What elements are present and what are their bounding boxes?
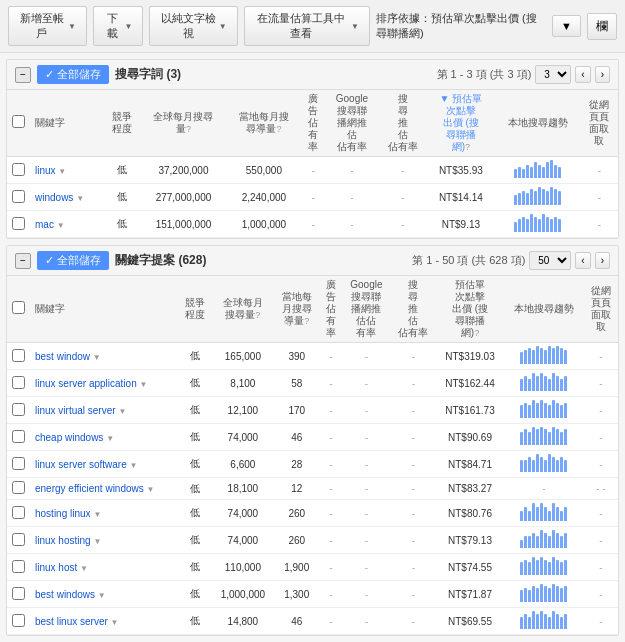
keyword-dropdown-arrow[interactable]: ▼ [93, 510, 101, 519]
trend-bar-item [528, 432, 531, 445]
trend-bar-item [564, 350, 567, 364]
row-checkbox-cell[interactable] [7, 370, 30, 397]
row-global-monthly: 37,200,000 [140, 157, 227, 184]
keyword-ideas-nav-next[interactable]: › [595, 252, 610, 269]
row-checkbox-cell[interactable] [7, 184, 30, 211]
row-keyword-cell: linux server software ▼ [30, 451, 178, 478]
row-checkbox-cell[interactable] [7, 500, 30, 527]
row-checkbox[interactable] [12, 376, 25, 389]
trend-bar-item [540, 373, 543, 391]
search-terms-nav-next[interactable]: › [595, 66, 610, 83]
row-checkbox[interactable] [12, 481, 25, 494]
row-google-search: - [342, 554, 390, 581]
trend-bar-item [532, 400, 535, 418]
row-checkbox-cell[interactable] [7, 157, 30, 184]
keyword-link[interactable]: best windows [35, 589, 95, 600]
keyword-ideas-nav-prev[interactable]: ‹ [575, 252, 590, 269]
row-checkbox-cell[interactable] [7, 424, 30, 451]
row-checkbox[interactable] [12, 403, 25, 416]
search-terms-nav-prev[interactable]: ‹ [575, 66, 590, 83]
sort-dropdown[interactable]: ▼ [552, 15, 581, 37]
row-checkbox[interactable] [12, 217, 25, 230]
row-checkbox-cell[interactable] [7, 581, 30, 608]
row-extracted: - [584, 451, 618, 478]
keyword-dropdown-arrow[interactable]: ▼ [93, 353, 101, 362]
row-checkbox[interactable] [12, 614, 25, 627]
th-ad-2: 廣告佔有率 [320, 276, 343, 343]
row-checkbox-cell[interactable] [7, 397, 30, 424]
row-checkbox-cell[interactable] [7, 451, 30, 478]
keyword-dropdown-arrow[interactable]: ▼ [93, 537, 101, 546]
keyword-link[interactable]: energy efficient windows [35, 483, 144, 494]
keyword-dropdown-arrow[interactable]: ▼ [80, 564, 88, 573]
row-extracted: - [584, 554, 618, 581]
keyword-dropdown-arrow[interactable]: ▼ [58, 167, 66, 176]
keyword-dropdown-arrow[interactable]: ▼ [111, 618, 119, 627]
keyword-dropdown-arrow[interactable]: ▼ [98, 591, 106, 600]
th-google-2: Google搜尋聯播網推估佔有率 [342, 276, 390, 343]
keyword-link[interactable]: linux host [35, 562, 77, 573]
trend-bar-item [536, 507, 539, 521]
row-checkbox-cell[interactable] [7, 554, 30, 581]
select-all-1[interactable] [12, 115, 25, 128]
trend-bar-item [552, 530, 555, 548]
select-all-2[interactable] [12, 301, 25, 314]
row-trend [504, 397, 584, 424]
row-keyword-cell: best linux server ▼ [30, 608, 178, 635]
keyword-ideas-collapse-button[interactable]: − [15, 253, 31, 269]
grid-button[interactable]: 欄 [587, 13, 617, 40]
keyword-dropdown-arrow[interactable]: ▼ [106, 434, 114, 443]
row-checkbox-cell[interactable] [7, 608, 30, 635]
keyword-dropdown-arrow[interactable]: ▼ [57, 221, 65, 230]
row-checkbox[interactable] [12, 506, 25, 519]
row-checkbox[interactable] [12, 560, 25, 573]
row-checkbox-cell[interactable] [7, 211, 30, 238]
keyword-dropdown-arrow[interactable]: ▼ [129, 461, 137, 470]
keyword-link[interactable]: linux server software [35, 459, 127, 470]
keyword-link[interactable]: linux server application [35, 378, 137, 389]
row-checkbox[interactable] [12, 430, 25, 443]
trend-bar-item [548, 432, 551, 445]
row-search-share: - [378, 211, 427, 238]
search-terms-collapse-button[interactable]: − [15, 67, 31, 83]
toolbar-right: 排序依據：預估單次點擊出價 (搜尋聯播網) ▼ 欄 [376, 11, 617, 41]
row-checkbox-cell[interactable] [7, 343, 30, 370]
add-account-button[interactable]: 新增至帳戶 ▼ [8, 6, 87, 46]
search-terms-nav-dropdown[interactable]: 3 [535, 65, 571, 84]
keyword-ideas-save-button[interactable]: ✓ 全部儲存 [37, 251, 109, 270]
row-checkbox-cell[interactable] [7, 527, 30, 554]
row-checkbox[interactable] [12, 190, 25, 203]
keyword-link[interactable]: hosting linux [35, 508, 91, 519]
keyword-link[interactable]: windows [35, 192, 73, 203]
keyword-link[interactable]: linux [35, 165, 56, 176]
text-view-button[interactable]: 以純文字檢視 ▼ [149, 6, 237, 46]
th-search-1: 搜尋推估佔有率 [378, 90, 427, 157]
tools-button[interactable]: 在流量估算工具中查看 ▼ [244, 6, 370, 46]
keyword-dropdown-arrow[interactable]: ▼ [140, 380, 148, 389]
row-checkbox[interactable] [12, 163, 25, 176]
keyword-link[interactable]: linux virtual server [35, 405, 116, 416]
row-checkbox-cell[interactable] [7, 478, 30, 500]
row-checkbox[interactable] [12, 587, 25, 600]
row-google-search: - [326, 157, 378, 184]
keyword-link[interactable]: best linux server [35, 616, 108, 627]
text-view-label: 以純文字檢視 [160, 11, 215, 41]
trend-bar-item [548, 346, 551, 364]
row-checkbox[interactable] [12, 349, 25, 362]
trend-bar-item [530, 189, 533, 205]
table-row: cheap windows ▼ 低 74,000 46 - - - NT$90.… [7, 424, 618, 451]
keyword-ideas-nav-dropdown[interactable]: 50 [529, 251, 571, 270]
row-checkbox[interactable] [12, 457, 25, 470]
search-terms-save-button[interactable]: ✓ 全部儲存 [37, 65, 109, 84]
keyword-link[interactable]: mac [35, 219, 54, 230]
keyword-link[interactable]: cheap windows [35, 432, 103, 443]
download-button[interactable]: 下載 ▼ [93, 6, 143, 46]
keyword-dropdown-arrow[interactable]: ▼ [76, 194, 84, 203]
keyword-link[interactable]: best window [35, 351, 90, 362]
keyword-dropdown-arrow[interactable]: ▼ [147, 485, 155, 494]
row-cpc: NT$69.55 [436, 608, 504, 635]
row-checkbox[interactable] [12, 533, 25, 546]
keyword-link[interactable]: linux hosting [35, 535, 91, 546]
keyword-dropdown-arrow[interactable]: ▼ [118, 407, 126, 416]
table-row: best linux server ▼ 低 14,800 46 - - - NT… [7, 608, 618, 635]
